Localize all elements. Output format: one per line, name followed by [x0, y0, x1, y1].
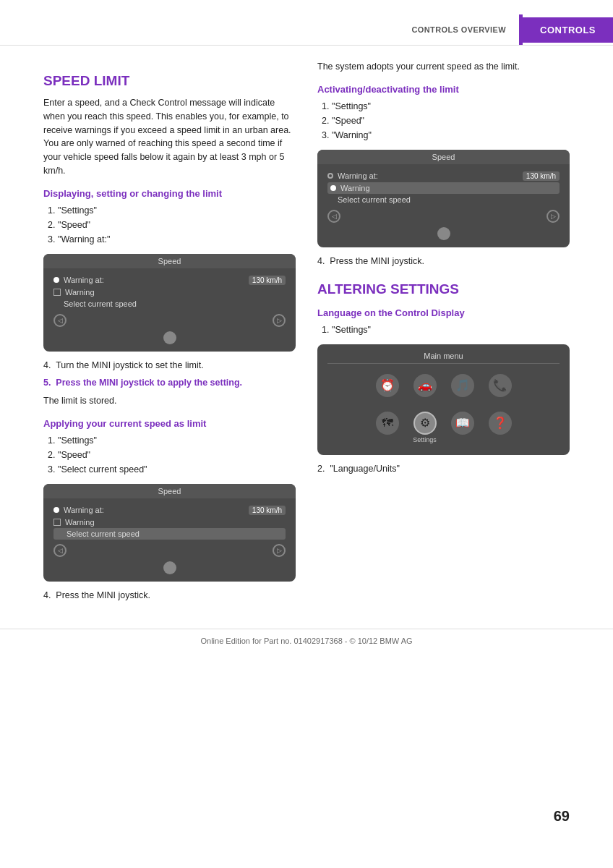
menu-icon-circle-center: ⚙	[413, 412, 437, 435]
screen1-joystick	[163, 331, 176, 344]
language-step-1: "Settings"	[332, 323, 570, 337]
screen2-label1: Warning at:	[64, 506, 104, 514]
main-menu-title: Main menu	[327, 352, 560, 364]
screen3-label1: Warning at:	[338, 171, 378, 180]
screen2-badge: 130 km/h	[249, 506, 286, 515]
screen2-label3: Select current speed	[67, 529, 140, 538]
header-nav: CONTROLS OVERVIEW CONTROLS	[0, 0, 613, 46]
menu-icon-circle-5: 🗺	[376, 412, 399, 435]
screen2-row3-selected: Select current speed	[53, 528, 286, 540]
menu-icon-circle-4: 📞	[489, 374, 512, 397]
activating-step-1: "Settings"	[332, 99, 570, 114]
screen3-left-btn: ◁	[327, 210, 340, 223]
language-steps: "Settings"	[332, 323, 570, 337]
menu-icons-grid: ⏰ 🚗 🎵 📞 🗺 ⚙ Se	[372, 374, 516, 443]
activating-step-3: "Warning"	[332, 128, 570, 142]
screen2-label2: Warning	[65, 518, 95, 527]
menu-icon-circle-2: 🚗	[413, 374, 437, 397]
display-step-3: "Warning at:"	[58, 232, 296, 247]
screen3-header: Speed	[317, 150, 570, 164]
main-content: SPEED LIMIT Enter a speed, and a Check C…	[0, 60, 613, 607]
menu-icon-8: ❓	[484, 412, 516, 443]
menu-icon-circle-7: 📖	[451, 412, 474, 435]
footer-text: Online Edition for Part no. 01402917368 …	[200, 637, 412, 645]
screen-apply-speed: Speed Warning at: 130 km/h Warning Selec…	[43, 484, 296, 582]
menu-grid-area: ⏰ 🚗 🎵 📞 🗺 ⚙ Se	[327, 370, 560, 448]
page-number: 69	[554, 808, 570, 825]
tab-controls-overview: CONTROLS OVERVIEW	[398, 20, 519, 40]
screen1-label3: Select current speed	[64, 299, 137, 308]
screen3-label3: Select current speed	[338, 195, 411, 204]
apply-speed-steps: "Settings" "Speed" "Select current speed…	[58, 433, 296, 477]
right-column: The system adopts your current speed as …	[317, 60, 570, 607]
activating-step4: 4. Press the MINI joystick.	[317, 255, 570, 268]
dot2-selected	[53, 507, 59, 513]
screen2-left-btn: ◁	[53, 544, 67, 557]
dot3-1	[327, 173, 333, 179]
activating-steps: "Settings" "Speed" "Warning"	[332, 99, 570, 142]
menu-icon-3: 🎵	[447, 374, 479, 406]
dot-selected	[53, 277, 59, 283]
screen1-header: Speed	[43, 254, 296, 268]
screen3-label2: Warning	[340, 184, 370, 192]
display-step5: 5. Press the MINI joystick to apply the …	[43, 376, 296, 390]
activating-title: Activating/deactivating the limit	[317, 84, 570, 95]
speed-limit-title: SPEED LIMIT	[43, 73, 296, 89]
apply-step-1: "Settings"	[58, 433, 296, 448]
language-step2: 2. "Language/Units"	[317, 462, 570, 476]
display-note: The limit is stored.	[43, 394, 296, 408]
menu-icon-center: ⚙ Settings	[409, 412, 441, 443]
screen2-header: Speed	[43, 484, 296, 498]
screen2-controls: ◁ ▷	[53, 544, 286, 557]
apply-step-2: "Speed"	[58, 448, 296, 462]
screen1-left-btn: ◁	[53, 314, 67, 327]
apply-speed-title: Applying your current speed as limit	[43, 418, 296, 429]
menu-icon-circle-1: ⏰	[376, 374, 399, 397]
menu-icon-4: 📞	[484, 374, 516, 406]
screen-display-1: Speed Warning at: 130 km/h Warning Selec…	[43, 254, 296, 352]
display-step-1: "Settings"	[58, 203, 296, 218]
language-section-title: Language on the Control Display	[317, 307, 570, 318]
menu-icon-5: 🗺	[372, 412, 403, 443]
menu-center-label: Settings	[413, 436, 437, 443]
screen1-row1: Warning at: 130 km/h	[53, 274, 286, 286]
menu-icon-2: 🚗	[409, 374, 441, 406]
system-adopts-text: The system adopts your current speed as …	[317, 60, 570, 74]
menu-icon-circle-3: 🎵	[451, 374, 474, 397]
menu-icon-circle-8: ❓	[489, 412, 512, 435]
display-steps: "Settings" "Speed" "Warning at:"	[58, 203, 296, 247]
screen2-checkbox	[53, 519, 61, 526]
speed-limit-intro: Enter a speed, and a Check Control messa…	[43, 96, 296, 178]
screen2-right-btn: ▷	[273, 544, 286, 557]
screen1-right-btn: ▷	[273, 314, 286, 327]
tab-controls-active: CONTROLS	[523, 17, 613, 43]
screen-main-menu: Main menu ⏰ 🚗 🎵 📞	[317, 344, 570, 455]
apply-step4: 4. Press the MINI joystick.	[43, 589, 296, 603]
screen-activating: Speed Warning at: 130 km/h Warning Selec…	[317, 150, 570, 247]
footer: Online Edition for Part no. 01402917368 …	[0, 629, 613, 660]
screen1-label2: Warning	[65, 288, 95, 297]
screen1-badge: 130 km/h	[249, 276, 286, 285]
screen3-row2-selected: Warning	[327, 182, 560, 194]
screen2-row1: Warning at: 130 km/h	[53, 504, 286, 516]
screen3-controls: ◁ ▷	[327, 210, 560, 223]
display-step4: 4. Turn the MINI joystick to set the lim…	[43, 359, 296, 373]
menu-icon-1: ⏰	[372, 374, 403, 406]
display-step-2: "Speed"	[58, 218, 296, 232]
screen3-right-btn: ▷	[546, 210, 560, 223]
screen1-controls: ◁ ▷	[53, 314, 286, 327]
screen1-row2: Warning	[53, 286, 286, 298]
display-section-title: Displaying, setting or changing the limi…	[43, 188, 296, 199]
screen3-row3: Select current speed	[327, 194, 560, 205]
screen1-row3: Select current speed	[53, 298, 286, 310]
left-column: SPEED LIMIT Enter a speed, and a Check C…	[43, 60, 296, 607]
screen3-badge: 130 km/h	[523, 171, 560, 181]
screen2-joystick	[163, 561, 176, 574]
activating-step-2: "Speed"	[332, 114, 570, 128]
screen3-row1: Warning at: 130 km/h	[327, 170, 560, 182]
screen3-joystick	[437, 227, 450, 240]
menu-icon-7: 📖	[447, 412, 479, 443]
screen2-row2: Warning	[53, 516, 286, 528]
apply-step-3: "Select current speed"	[58, 462, 296, 477]
altering-settings-title: ALTERING SETTINGS	[317, 281, 570, 297]
